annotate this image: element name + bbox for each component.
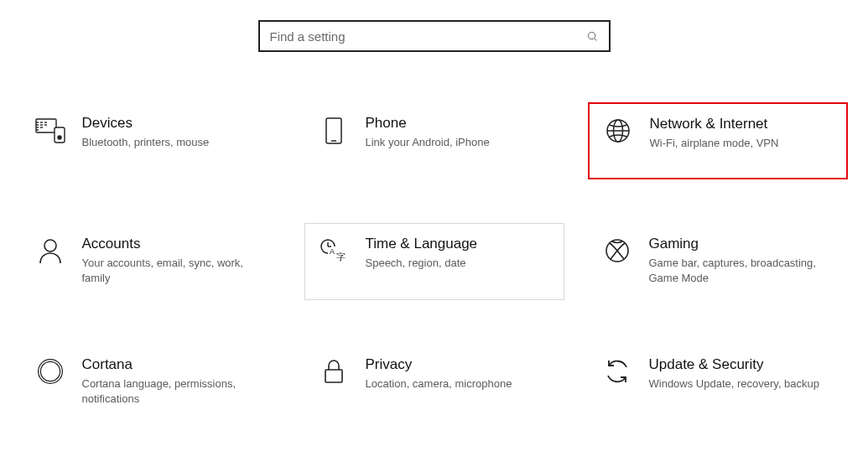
svg-line-1 (594, 38, 596, 40)
tile-title: Gaming (649, 236, 837, 252)
tile-desc: Windows Update, recovery, backup (649, 376, 837, 392)
tile-time[interactable]: A 字 Time & Language Speech, region, date (304, 223, 564, 300)
search-icon (586, 30, 599, 43)
tile-desc: Wi-Fi, airplane mode, VPN (650, 136, 836, 151)
globe-icon (600, 116, 637, 144)
tile-desc: Bluetooth, printers, mouse (82, 135, 270, 150)
search-box[interactable] (258, 20, 611, 52)
svg-rect-2 (36, 119, 56, 132)
tile-update[interactable]: Update & Security Windows Update, recove… (588, 344, 848, 421)
tile-title: Privacy (366, 356, 554, 373)
tile-title: Time & Language (366, 236, 554, 252)
tile-desc: Speech, region, date (366, 256, 554, 271)
phone-icon (315, 115, 352, 145)
sync-icon (599, 356, 636, 385)
tile-cortana[interactable]: Cortana Cortana language, permissions, n… (21, 344, 281, 421)
svg-rect-14 (326, 118, 341, 143)
tile-desc: Game bar, captures, broadcasting, Game M… (649, 256, 837, 285)
time-language-icon: A 字 (315, 236, 352, 264)
svg-text:字: 字 (336, 252, 346, 262)
tile-phone[interactable]: Phone Link your Android, iPhone (304, 102, 564, 179)
search-input[interactable] (270, 29, 586, 44)
tile-title: Update & Security (649, 356, 837, 373)
settings-grid: Devices Bluetooth, printers, mouse Phone… (0, 102, 868, 421)
person-icon (32, 236, 69, 264)
svg-rect-12 (55, 127, 65, 143)
tile-desc: Link your Android, iPhone (366, 135, 554, 150)
tile-title: Phone (366, 115, 554, 132)
tile-title: Cortana (82, 356, 270, 373)
xbox-icon (599, 236, 636, 264)
tile-devices[interactable]: Devices Bluetooth, printers, mouse (21, 102, 281, 179)
lock-icon (315, 356, 352, 385)
svg-point-19 (44, 240, 56, 252)
tile-title: Accounts (82, 236, 270, 252)
cortana-icon (32, 356, 69, 385)
devices-icon (32, 115, 69, 143)
svg-point-13 (58, 136, 61, 139)
tile-gaming[interactable]: Gaming Game bar, captures, broadcasting,… (588, 223, 848, 300)
tile-accounts[interactable]: Accounts Your accounts, email, sync, wor… (21, 223, 281, 300)
svg-text:A: A (330, 247, 335, 256)
tile-desc: Your accounts, email, sync, work, family (82, 256, 270, 285)
tile-desc: Location, camera, microphone (366, 376, 554, 392)
tile-title: Devices (82, 115, 270, 132)
tile-title: Network & Internet (650, 116, 836, 132)
svg-rect-27 (325, 370, 342, 382)
tile-privacy[interactable]: Privacy Location, camera, microphone (304, 344, 564, 421)
svg-point-26 (39, 361, 61, 382)
tile-network[interactable]: Network & Internet Wi-Fi, airplane mode,… (588, 102, 848, 179)
svg-point-0 (588, 32, 595, 39)
tile-desc: Cortana language, permissions, notificat… (82, 376, 270, 406)
